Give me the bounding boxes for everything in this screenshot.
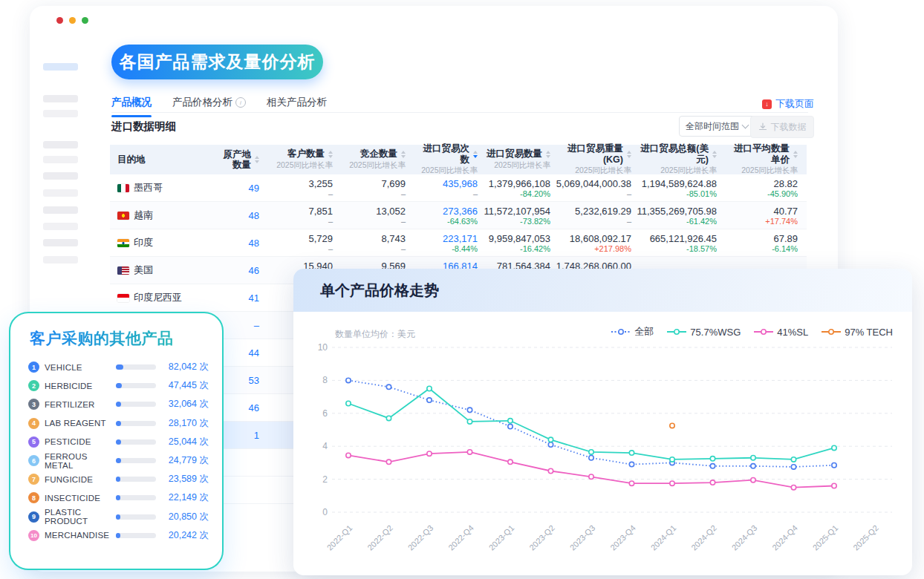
svg-text:10: 10 [318, 342, 328, 353]
origin-qty-cell[interactable]: 41 [195, 284, 268, 311]
maximize-window-icon[interactable] [82, 17, 88, 24]
column-header[interactable]: 进口贸易数量2025同比增长率 [487, 145, 559, 174]
window-traffic-lights [56, 17, 88, 24]
product-bar-fill [116, 533, 120, 538]
column-header[interactable]: 目的地 [110, 145, 195, 174]
legend-marker-icon [667, 328, 686, 336]
tab-2[interactable]: 产品价格分析i [172, 96, 246, 117]
tab-label: 产品价格分析 [172, 96, 232, 109]
price-trend-title: 单个产品价格走势 [293, 269, 912, 312]
metric-cell: 665,121,926.45-18.57% [640, 229, 726, 256]
sort-icon[interactable] [712, 151, 717, 158]
download-page-button[interactable]: ↓ 下载页面 [762, 97, 814, 111]
trade-times-link[interactable]: 435,968 [443, 178, 478, 189]
origin-qty-cell[interactable]: 49 [195, 174, 268, 201]
tab-1[interactable]: 产品概况 [111, 96, 152, 117]
tab-label: 产品概况 [111, 96, 152, 109]
sort-icon[interactable] [627, 151, 631, 158]
time-range-select[interactable]: 全部时间范围 [679, 116, 755, 137]
table-row[interactable]: 墨西哥493,255–7,699–435,968–1,379,966,108-8… [110, 174, 807, 202]
svg-text:2023-Q2: 2023-Q2 [527, 523, 556, 552]
origin-qty-cell[interactable]: 48 [195, 229, 268, 256]
sidebar-skeleton-bar [43, 110, 78, 117]
sort-icon[interactable] [401, 151, 406, 158]
metric-cell: 273,366-64.63% [414, 202, 487, 229]
column-header[interactable]: 客户数量2025同比增长率 [268, 145, 342, 174]
table-header-row: 目的地原产地 数量客户数量2025同比增长率竞企数量2025同比增长率进口贸易次… [110, 145, 807, 174]
product-list-item[interactable]: 1VEHICLE82,042 次 [28, 358, 209, 376]
sort-icon[interactable] [255, 156, 259, 163]
sidebar-skeleton-bar [43, 141, 78, 148]
trade-times-link[interactable]: 273,366 [443, 206, 478, 217]
sort-up-icon [255, 156, 259, 159]
origin-qty-value: 48 [249, 238, 259, 249]
product-list-item[interactable]: 8INSECTICIDE22,149 次 [28, 488, 209, 507]
metric-value: 5,232,619.29 [575, 206, 631, 217]
product-bar-track [116, 402, 156, 407]
sort-up-icon [401, 151, 406, 154]
sort-down-icon [473, 155, 478, 158]
product-bar-track [116, 383, 156, 388]
origin-qty-value: 49 [249, 183, 259, 194]
sidebar-skeleton-bar [43, 223, 78, 230]
product-count: 23,589 次 [161, 473, 209, 485]
column-title: 客户数量 [287, 148, 333, 159]
product-list-item[interactable]: 5PESTICIDE25,044 次 [28, 433, 209, 451]
trade-times-link[interactable]: 223,171 [443, 233, 478, 244]
download-data-button[interactable]: 下载数据 [750, 116, 814, 138]
metric-value: 8,743 [381, 233, 406, 244]
minimize-window-icon[interactable] [69, 17, 76, 24]
download-data-label: 下载数据 [771, 121, 807, 134]
close-window-icon[interactable] [56, 17, 63, 24]
growth-rate: +17.74% [765, 217, 798, 226]
sidebar-skeleton-bar [43, 156, 78, 163]
origin-qty-cell[interactable]: 48 [195, 202, 268, 229]
sort-down-icon [627, 155, 631, 158]
metric-value: 5,729 [308, 233, 333, 244]
download-page-label: 下载页面 [775, 97, 814, 111]
product-list-item[interactable]: 9PLASTIC PRODUCT20,850 次 [28, 508, 209, 526]
metric-cell: 5,232,619.29– [559, 202, 640, 229]
column-title: 进口贸易次数 [414, 143, 478, 165]
product-list-item[interactable]: 3FERTILIZER32,064 次 [28, 395, 209, 413]
legend-item[interactable]: 97% TECH [821, 327, 893, 338]
sidebar-skeleton-bar [43, 172, 78, 180]
chart-unit-label: 数量单位均价：美元 [335, 328, 415, 341]
legend-item[interactable]: 75.7%WSG [667, 327, 741, 338]
sort-down-icon [712, 155, 717, 158]
origin-qty-cell[interactable]: 46 [195, 257, 268, 284]
product-list-item[interactable]: 7FUNGICIDE23,589 次 [28, 470, 209, 488]
product-name: FUNGICIDE [45, 475, 111, 484]
sort-icon[interactable] [546, 151, 550, 158]
column-header[interactable]: 进口贸易总额(美元)2025同比增长率 [640, 145, 726, 174]
product-bar-fill [116, 364, 123, 370]
growth-rate: – [627, 189, 631, 198]
column-title: 进口平均数量单价 [726, 143, 798, 165]
sort-icon[interactable] [328, 151, 333, 158]
tab-label: 相关产品分析 [267, 96, 327, 109]
column-header[interactable]: 进口贸易重量(KG)2025同比增长率 [559, 145, 640, 174]
import-data-section-title: 进口数据明细 [111, 120, 176, 134]
product-list-item[interactable]: 10MERCHANDISE20,242 次 [28, 526, 209, 545]
metric-cell: 8,743– [342, 229, 414, 256]
product-list-item[interactable]: 4LAB REAGENT28,170 次 [28, 414, 209, 433]
sort-icon[interactable] [473, 151, 478, 158]
growth-rate: -73.82% [520, 217, 550, 226]
tab-3[interactable]: 相关产品分析 [267, 96, 327, 117]
product-count: 28,170 次 [161, 417, 209, 430]
column-header[interactable]: 进口平均数量单价2025同比增长率 [726, 145, 807, 174]
legend-item[interactable]: 全部 [611, 325, 654, 338]
column-title: 竞企数量 [360, 148, 406, 159]
product-bar-fill [116, 514, 120, 520]
product-list-item[interactable]: 2HERBICIDE47,445 次 [28, 376, 209, 395]
growth-rate: -6.14% [772, 244, 798, 253]
column-header[interactable]: 竞企数量2025同比增长率 [342, 145, 414, 174]
sort-down-icon [255, 160, 259, 163]
sort-icon[interactable] [793, 151, 798, 158]
column-header[interactable]: 原产地 数量 [195, 145, 268, 174]
column-header[interactable]: 进口贸易次数2025同比增长率 [414, 145, 487, 174]
table-row[interactable]: 越南487,851–13,052–273,366-64.63%11,572,10… [110, 202, 807, 229]
product-list-item[interactable]: 6FERROUS METAL24,779 次 [28, 451, 209, 470]
table-row[interactable]: 印度485,729–8,743–223,171-8.44%9,959,847,0… [110, 229, 807, 257]
legend-item[interactable]: 41%SL [754, 327, 808, 338]
